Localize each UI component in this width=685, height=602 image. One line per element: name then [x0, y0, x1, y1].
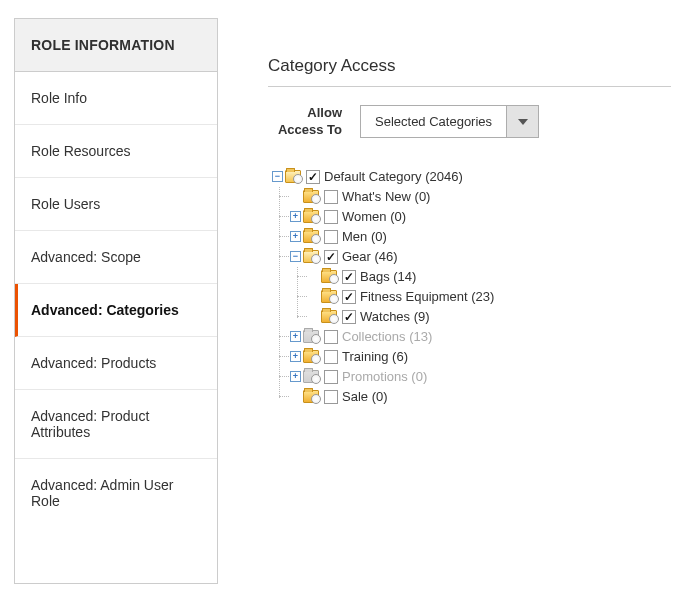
tree-node-default-category-2046: −Default Category (2046): [272, 167, 671, 187]
tree-node-bags-14: Bags (14): [308, 267, 671, 287]
tree-node-watches-9: Watches (9): [308, 307, 671, 327]
sidebar-item-6[interactable]: Advanced: Product Attributes: [15, 390, 217, 459]
tree-label[interactable]: What's New (0): [342, 188, 430, 206]
tree-label[interactable]: Training (6): [342, 348, 408, 366]
folder-icon: [285, 170, 301, 183]
folder-icon: [321, 270, 337, 283]
folder-icon: [303, 350, 319, 363]
expand-icon[interactable]: +: [290, 211, 301, 222]
sidebar-item-1[interactable]: Role Resources: [15, 125, 217, 178]
tree-node-collections-13: +Collections (13): [290, 327, 671, 347]
category-tree: −Default Category (2046)What's New (0)+W…: [268, 167, 671, 407]
tree-checkbox[interactable]: [324, 250, 338, 264]
tree-checkbox[interactable]: [324, 230, 338, 244]
expand-icon[interactable]: +: [290, 371, 301, 382]
folder-icon: [321, 310, 337, 323]
expand-icon[interactable]: +: [290, 331, 301, 342]
tree-node-women-0: +Women (0): [290, 207, 671, 227]
tree-checkbox[interactable]: [342, 290, 356, 304]
main-panel: Category Access Allow Access To Selected…: [218, 18, 671, 584]
allow-access-label: Allow Access To: [268, 105, 360, 139]
allow-access-row: Allow Access To Selected Categories: [268, 87, 671, 167]
tree-node-what-s-new-0: What's New (0): [290, 187, 671, 207]
tree-label[interactable]: Men (0): [342, 228, 387, 246]
sidebar-item-3[interactable]: Advanced: Scope: [15, 231, 217, 284]
section-title: Category Access: [268, 18, 671, 87]
tree-node-fitness-equipment-23: Fitness Equipment (23): [308, 287, 671, 307]
sidebar-title: ROLE INFORMATION: [15, 19, 217, 72]
expand-icon[interactable]: +: [290, 351, 301, 362]
folder-icon: [303, 390, 319, 403]
sidebar-item-4[interactable]: Advanced: Categories: [15, 284, 217, 337]
tree-checkbox[interactable]: [324, 350, 338, 364]
folder-icon: [321, 290, 337, 303]
tree-node-sale-0: Sale (0): [290, 387, 671, 407]
folder-icon: [303, 330, 319, 343]
tree-checkbox[interactable]: [324, 210, 338, 224]
tree-node-promotions-0: +Promotions (0): [290, 367, 671, 387]
tree-checkbox[interactable]: [324, 330, 338, 344]
tree-checkbox[interactable]: [342, 310, 356, 324]
expand-icon[interactable]: +: [290, 231, 301, 242]
tree-label[interactable]: Sale (0): [342, 388, 388, 406]
sidebar: ROLE INFORMATION Role InfoRole Resources…: [14, 18, 218, 584]
tree-label[interactable]: Default Category (2046): [324, 168, 463, 186]
collapse-icon[interactable]: −: [290, 251, 301, 262]
tree-checkbox[interactable]: [324, 190, 338, 204]
folder-icon: [303, 370, 319, 383]
tree-label[interactable]: Watches (9): [360, 308, 430, 326]
sidebar-item-5[interactable]: Advanced: Products: [15, 337, 217, 390]
folder-icon: [303, 210, 319, 223]
folder-icon: [303, 230, 319, 243]
tree-label[interactable]: Promotions (0): [342, 368, 427, 386]
tree-checkbox[interactable]: [324, 370, 338, 384]
tree-checkbox[interactable]: [306, 170, 320, 184]
chevron-down-icon: [518, 119, 528, 125]
tree-label[interactable]: Collections (13): [342, 328, 432, 346]
collapse-icon[interactable]: −: [272, 171, 283, 182]
tree-label[interactable]: Bags (14): [360, 268, 416, 286]
allow-access-value: Selected Categories: [361, 106, 506, 137]
allow-access-select[interactable]: Selected Categories: [360, 105, 539, 138]
tree-checkbox[interactable]: [324, 390, 338, 404]
tree-node-training-6: +Training (6): [290, 347, 671, 367]
tree-checkbox[interactable]: [342, 270, 356, 284]
tree-label[interactable]: Gear (46): [342, 248, 398, 266]
tree-label[interactable]: Fitness Equipment (23): [360, 288, 494, 306]
tree-node-gear-46: −Gear (46): [290, 247, 671, 267]
sidebar-item-0[interactable]: Role Info: [15, 72, 217, 125]
sidebar-item-2[interactable]: Role Users: [15, 178, 217, 231]
folder-icon: [303, 190, 319, 203]
tree-node-men-0: +Men (0): [290, 227, 671, 247]
tree-label[interactable]: Women (0): [342, 208, 406, 226]
allow-access-dropdown-button[interactable]: [506, 106, 538, 137]
sidebar-item-7[interactable]: Advanced: Admin User Role: [15, 459, 217, 527]
folder-icon: [303, 250, 319, 263]
